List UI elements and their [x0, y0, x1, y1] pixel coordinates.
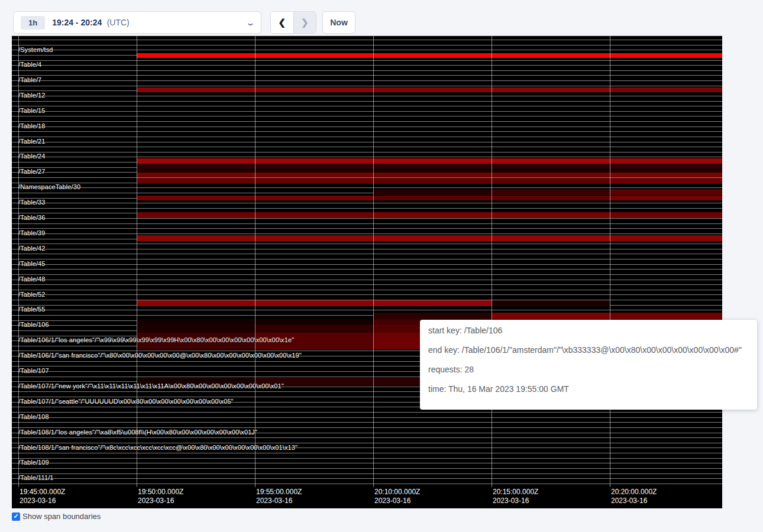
row-label: /Table/55	[18, 306, 46, 313]
heat-span[interactable]	[610, 158, 722, 164]
row-label: /Table/109	[18, 459, 49, 466]
heat-span[interactable]	[492, 178, 610, 184]
row-label: /Table/42	[18, 245, 46, 252]
axis-tick: 20:10:00.000Z2023-03-16	[374, 488, 420, 505]
row-label: /Table/106/1/"san francisco"/"\x80\x00\x…	[18, 352, 302, 359]
heat-span[interactable]	[492, 212, 610, 218]
heat-span[interactable]	[255, 300, 373, 306]
checkmark-icon: ✓	[13, 512, 18, 520]
row-label: /Table/33	[18, 199, 46, 206]
heat-span[interactable]	[610, 178, 722, 184]
range-text-wrap: 19:24 - 20:24 (UTC)	[52, 17, 130, 28]
axis-tick: 19:55:00.000Z2023-03-16	[256, 488, 302, 505]
heat-span[interactable]	[492, 87, 610, 92]
heat-span[interactable]	[373, 168, 492, 173]
heat-span[interactable]	[255, 164, 373, 168]
heat-span[interactable]	[610, 313, 722, 319]
heat-span[interactable]	[373, 158, 492, 164]
heat-span[interactable]	[492, 173, 610, 177]
row-label: /Table/106/1/"los angeles"/"\x99\x99\x99…	[18, 336, 294, 343]
heat-span[interactable]	[610, 87, 722, 92]
heat-span[interactable]	[610, 196, 722, 200]
heat-span[interactable]	[492, 235, 610, 241]
heat-span[interactable]	[255, 325, 373, 333]
heat-span[interactable]	[255, 173, 373, 177]
heat-span[interactable]	[492, 300, 610, 306]
axis-tick-time: 19:50:00.000Z	[138, 488, 183, 497]
row-label: /Table/27	[18, 168, 46, 175]
heat-span[interactable]	[610, 212, 722, 218]
heat-span[interactable]	[373, 313, 492, 319]
next-time-button[interactable]: ❯	[294, 12, 316, 33]
heat-span[interactable]	[492, 53, 610, 58]
heat-span[interactable]	[255, 53, 373, 58]
heat-span[interactable]	[137, 168, 255, 173]
tooltip-line: end key: /Table/106/1/"amsterdam"/"\xb33…	[428, 344, 749, 356]
heat-span[interactable]	[137, 325, 255, 333]
heat-span[interactable]	[373, 173, 492, 177]
heat-span[interactable]	[492, 313, 610, 319]
axis-tick-time: 19:55:00.000Z	[256, 488, 302, 497]
heat-span[interactable]	[373, 196, 492, 200]
heat-span[interactable]	[137, 300, 255, 306]
heat-span[interactable]	[137, 178, 255, 184]
axis-tick: 19:45:00.000Z2023-03-16	[20, 488, 65, 505]
axis-tick-time: 19:45:00.000Z	[20, 488, 65, 497]
heat-span[interactable]	[255, 168, 373, 173]
heat-span[interactable]	[137, 319, 255, 325]
axis-tick-time: 20:10:00.000Z	[374, 488, 420, 497]
row-label: /Table/15	[18, 107, 46, 114]
heat-span[interactable]	[373, 53, 492, 58]
heat-span[interactable]	[137, 53, 255, 58]
heat-span[interactable]	[373, 212, 492, 218]
heat-span[interactable]	[610, 173, 722, 177]
tooltip-line: start key: /Table/106	[428, 325, 749, 336]
heat-span[interactable]	[610, 235, 722, 241]
key-visualizer-canvas[interactable]: /System/tsd/Table/4/Table/7/Table/12/Tab…	[12, 35, 722, 508]
heat-span[interactable]	[373, 178, 492, 184]
heat-span[interactable]	[610, 168, 722, 173]
heat-span[interactable]	[137, 87, 255, 92]
axis-tick-date: 2023-03-16	[611, 497, 657, 505]
heat-span[interactable]	[373, 300, 492, 306]
tooltip-line: requests: 28	[428, 364, 749, 375]
heat-span[interactable]	[137, 235, 255, 241]
heat-span[interactable]	[492, 168, 610, 173]
heat-span[interactable]	[255, 235, 373, 241]
heat-span[interactable]	[492, 196, 610, 200]
show-span-boundaries-checkbox[interactable]: ✓	[12, 512, 20, 521]
heat-span[interactable]	[610, 189, 722, 195]
prev-time-button[interactable]: ❮	[271, 12, 294, 33]
time-range-select[interactable]: 1h 19:24 - 20:24 (UTC) ⌄	[13, 11, 261, 34]
heat-span[interactable]	[373, 189, 492, 195]
heat-span[interactable]	[255, 158, 373, 164]
axis-tick: 19:50:00.000Z2023-03-16	[138, 488, 183, 505]
heat-span[interactable]	[610, 164, 722, 168]
heat-span[interactable]	[255, 178, 373, 184]
row-label: /Table/108	[18, 413, 49, 420]
heat-span[interactable]	[137, 173, 255, 177]
span-boundary-lines	[12, 40, 722, 487]
heat-span[interactable]	[137, 158, 255, 164]
time-gridline	[610, 36, 610, 487]
heat-span[interactable]	[137, 164, 255, 168]
time-gridline	[137, 36, 137, 487]
heat-span[interactable]	[610, 53, 722, 58]
heat-span[interactable]	[373, 235, 492, 241]
heat-span[interactable]	[492, 158, 610, 164]
heat-span[interactable]	[492, 164, 610, 168]
now-button[interactable]: Now	[322, 11, 355, 34]
axis-tick: 20:20:00.000Z2023-03-16	[611, 488, 657, 505]
heat-span[interactable]	[373, 87, 492, 92]
show-span-boundaries-label: Show span boundaries	[22, 512, 101, 521]
row-label: /Table/36	[18, 214, 46, 221]
heat-span[interactable]	[255, 212, 373, 218]
row-label: /Table/18	[18, 122, 46, 129]
heat-span[interactable]	[255, 319, 373, 325]
heat-span[interactable]	[492, 189, 610, 195]
heat-span[interactable]	[255, 196, 373, 200]
heat-span[interactable]	[137, 196, 255, 200]
heat-span[interactable]	[373, 164, 492, 168]
heat-span[interactable]	[255, 87, 373, 92]
heat-span[interactable]	[137, 212, 255, 218]
